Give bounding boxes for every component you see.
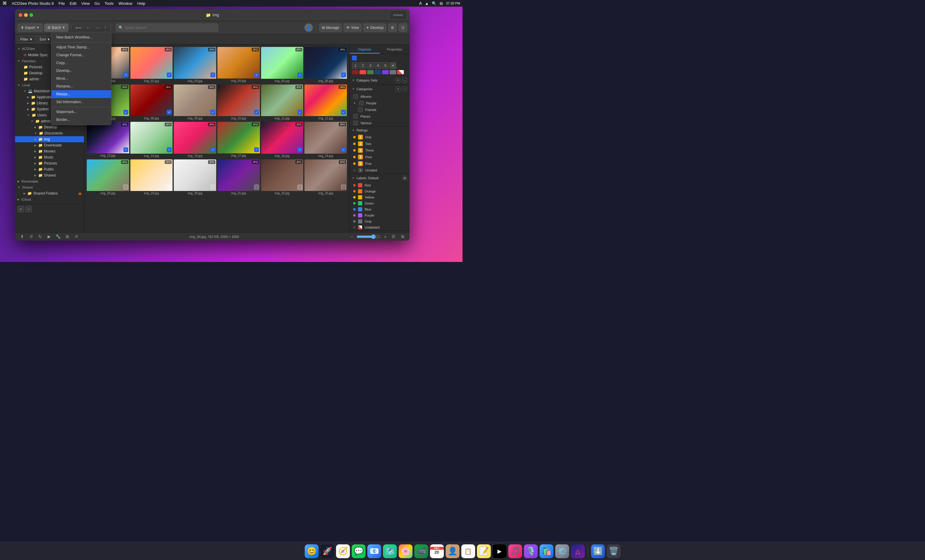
sidebar-section-shared[interactable]: ▼ Shared: [15, 185, 84, 191]
photo-check-15[interactable]: ✓: [254, 147, 259, 152]
cb-various[interactable]: [353, 121, 358, 125]
photo-check-10[interactable]: ✓: [297, 110, 302, 114]
menubar-window[interactable]: Window: [119, 1, 133, 6]
statusbar-view1-btn[interactable]: ⊞: [64, 233, 71, 240]
manage-btn[interactable]: ⊞ Manage: [319, 24, 342, 32]
view-btn[interactable]: 👁 View: [343, 24, 362, 32]
menubar-search-icon[interactable]: 🔍: [432, 1, 437, 6]
close-button[interactable]: [19, 13, 22, 17]
statusbar-rotate-right-btn[interactable]: ↻: [37, 233, 44, 240]
statusbar-grid-btn[interactable]: ⊞: [399, 233, 406, 240]
sidebar-item-public[interactable]: ▶ 📁 Public: [15, 166, 84, 172]
num-2[interactable]: 2: [360, 62, 366, 69]
num-x[interactable]: ✕: [390, 62, 396, 69]
swatch-gray[interactable]: [390, 70, 396, 74]
photo-item-23[interactable]: JPGimg_33.jpg: [304, 159, 347, 196]
cat-albums[interactable]: Albums: [350, 93, 410, 100]
sidebar-section-icloud[interactable]: ▶ iCloud: [15, 197, 84, 203]
menubar-edit[interactable]: Edit: [69, 1, 76, 6]
nav-up[interactable]: ↑: [103, 24, 108, 31]
photo-item-14[interactable]: JPG✓img_15.jpg: [174, 122, 216, 158]
develop-btn[interactable]: ✦ Develop: [363, 24, 386, 32]
swatch-green[interactable]: [367, 70, 374, 74]
sort-btn[interactable]: Sort ▼: [37, 36, 53, 43]
photo-item-18[interactable]: JPGimg_28.jpg: [87, 159, 129, 196]
swatch-dark-red[interactable]: [352, 70, 359, 74]
photo-check-9[interactable]: ✓: [254, 110, 259, 114]
cb-people[interactable]: [359, 101, 364, 105]
photo-check-8[interactable]: ✓: [211, 110, 215, 114]
photo-check-18[interactable]: [124, 185, 128, 189]
photo-item-12[interactable]: JPG✓img_13.jpg: [87, 122, 129, 158]
zoom-plus-icon[interactable]: +: [383, 234, 388, 240]
photo-item-5[interactable]: JPG✓img_06.jpg: [304, 47, 347, 83]
statusbar-rotate-left-btn[interactable]: ↺: [28, 233, 34, 240]
label-red[interactable]: Red: [350, 182, 410, 188]
cats-add[interactable]: +: [396, 87, 401, 92]
maximize-button[interactable]: [30, 13, 33, 17]
photo-check-0[interactable]: ✓: [124, 72, 128, 77]
num-4[interactable]: 4: [375, 62, 381, 69]
settings-btn[interactable]: ⚙: [388, 24, 397, 32]
photo-check-7[interactable]: ✓: [167, 110, 172, 114]
photo-item-7[interactable]: JPG✓img_08.jpg: [130, 84, 173, 121]
labels-settings[interactable]: ⊕: [402, 176, 407, 180]
label-green[interactable]: Green: [350, 200, 410, 206]
swatch-purple[interactable]: [382, 70, 389, 74]
photo-item-15[interactable]: JPG✓img_17.jpg: [217, 122, 260, 158]
photo-item-16[interactable]: JPG✓img_18.jpg: [261, 122, 303, 158]
cat-friends[interactable]: Friends: [350, 107, 410, 113]
photo-item-22[interactable]: JPGimg_32.jpg: [261, 159, 303, 196]
swatch-navy[interactable]: [375, 70, 381, 74]
sidebar-section-removable[interactable]: ▶ Removable: [15, 178, 84, 185]
swatch-stripe[interactable]: [397, 70, 404, 74]
menu-develop[interactable]: Develop...: [51, 67, 111, 75]
rating-three[interactable]: 3 Three: [350, 147, 410, 154]
menubar-app[interactable]: ACDSee Photo Studio 8: [12, 1, 54, 6]
sidebar-item-pictures-sub[interactable]: ▶ 📁 Pictures: [15, 160, 84, 166]
photo-check-19[interactable]: [167, 185, 172, 189]
menu-move[interactable]: Move...: [51, 75, 111, 83]
tab-organize[interactable]: Organize: [350, 46, 380, 54]
zoom-minus-icon[interactable]: −: [349, 234, 354, 240]
photo-item-4[interactable]: JPG✓img_05.jpg: [261, 47, 303, 83]
sidebar-item-downloads[interactable]: ▶ 📁 Downloads: [15, 142, 84, 148]
label-purple[interactable]: Purple: [350, 212, 410, 218]
statusbar-refresh-btn[interactable]: ↺: [73, 233, 80, 240]
photo-item-1[interactable]: JPG✓img_02.jpg: [130, 47, 173, 83]
cat-various[interactable]: Various: [350, 120, 410, 126]
label-yellow[interactable]: Yellow: [350, 194, 410, 200]
menu-new-batch[interactable]: New Batch Workflow...: [51, 33, 111, 41]
photo-check-11[interactable]: ✓: [341, 110, 346, 114]
menu-set-information[interactable]: Set Information...: [51, 98, 111, 106]
statusbar-tools-btn[interactable]: 🔧: [55, 233, 62, 240]
photo-check-5[interactable]: ✓: [341, 72, 346, 77]
swatch-red[interactable]: [360, 70, 366, 74]
cats-remove[interactable]: −: [402, 87, 407, 92]
cb-albums[interactable]: [353, 94, 358, 99]
photo-check-6[interactable]: ✓: [124, 110, 128, 114]
menubar-tools[interactable]: Tools: [104, 1, 113, 6]
photo-item-3[interactable]: JPG✓img_04.jpg: [217, 47, 260, 83]
photo-item-8[interactable]: JPG✓img_09.jpg: [174, 84, 216, 121]
menu-resize[interactable]: Resize...: [51, 90, 111, 98]
photo-check-1[interactable]: ✓: [167, 72, 172, 77]
photo-check-3[interactable]: ✓: [254, 72, 259, 77]
rating-unrated[interactable]: ✕ Unrated: [350, 167, 410, 174]
search-input[interactable]: [125, 26, 215, 30]
rating-four[interactable]: 4 Four: [350, 154, 410, 160]
menubar-help[interactable]: Help: [137, 1, 145, 6]
rp-cb-all[interactable]: [352, 56, 357, 60]
rating-five[interactable]: 5 Five: [350, 160, 410, 167]
num-3[interactable]: 3: [367, 62, 374, 69]
rp-ratings-header[interactable]: ▼ Ratings: [350, 127, 410, 134]
photo-check-4[interactable]: ✓: [297, 72, 302, 77]
photo-check-12[interactable]: ✓: [124, 147, 128, 152]
catsets-add[interactable]: +: [396, 78, 401, 83]
label-orange[interactable]: Orange: [350, 188, 410, 194]
photo-item-13[interactable]: JPG✓img_14.jpg: [130, 122, 173, 158]
num-5[interactable]: 5: [382, 62, 389, 69]
photo-check-13[interactable]: ✓: [167, 147, 172, 152]
rp-labels-header[interactable]: ▼ Labels: Default ⊕: [350, 174, 410, 182]
photo-item-19[interactable]: JPGimg_29.jpg: [130, 159, 173, 196]
